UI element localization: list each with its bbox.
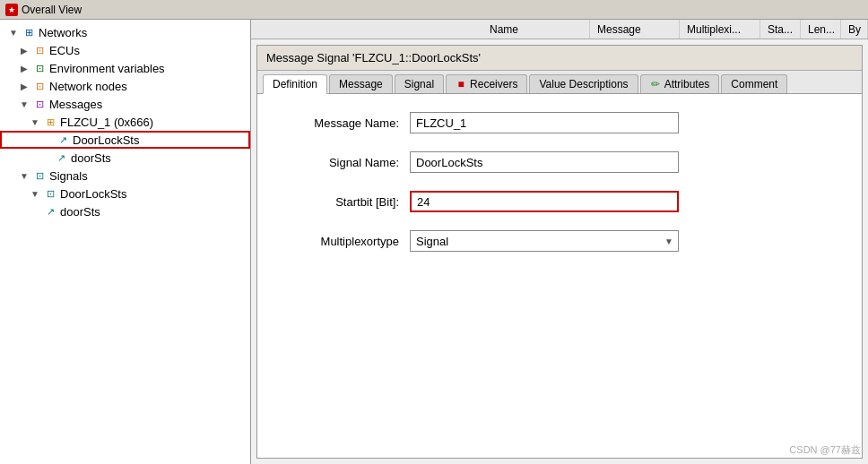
message-name-label: Message Name: xyxy=(284,116,410,130)
col-header-name: Name xyxy=(482,20,590,39)
tab-comment-label: Comment xyxy=(731,78,777,90)
expand-doorlocksts xyxy=(41,133,54,146)
tree-label-signals: Signals xyxy=(49,169,88,183)
doorsts-icon: ↗ xyxy=(54,151,68,164)
column-headers: Name Message Multiplexi... Sta... Len...… xyxy=(251,20,868,39)
app-icon: ★ xyxy=(5,4,18,16)
tree-item-messages[interactable]: ▼ ⊡ Messages xyxy=(0,95,250,113)
expand-envvars[interactable]: ▶ xyxy=(18,62,30,74)
tab-comment[interactable]: Comment xyxy=(721,74,787,93)
tree-label-flzcu1: FLZCU_1 (0x666) xyxy=(60,116,153,129)
tab-attributes-label: Attributes xyxy=(664,78,710,90)
tree-item-nodes[interactable]: ▶ ⊡ Network nodes xyxy=(0,77,250,95)
tree-label-nodes: Network nodes xyxy=(49,80,127,93)
detail-panel: Message Signal 'FLZCU_1::DoorLockSts' De… xyxy=(256,45,863,459)
doorlocksts2-icon: ⊡ xyxy=(43,187,57,200)
tab-attributes[interactable]: ✏ Attributes xyxy=(640,74,720,93)
col-header-message: Message xyxy=(590,20,680,39)
right-panel: Name Message Multiplexi... Sta... Len...… xyxy=(251,20,868,464)
dialog-title: Message Signal 'FLZCU_1::DoorLockSts' xyxy=(257,46,862,71)
tree-item-doorsts[interactable]: ↗ doorSts xyxy=(0,149,250,167)
title-bar: ★ Overall View xyxy=(0,0,868,20)
receivers-icon: ■ xyxy=(456,79,466,90)
expand-messages[interactable]: ▼ xyxy=(18,98,30,110)
expand-signals[interactable]: ▼ xyxy=(18,169,30,182)
msg-icon: ⊡ xyxy=(32,98,47,110)
tree-label-doorsts2: doorSts xyxy=(60,205,100,219)
app-title: Overall View xyxy=(22,4,82,16)
tree-item-doorlocksts2[interactable]: ▼ ⊡ DoorLockSts xyxy=(0,185,250,202)
tree-item-ecus[interactable]: ▶ ⊡ ECUs xyxy=(0,41,250,59)
col-header-by: By xyxy=(841,20,868,39)
tab-value-descriptions[interactable]: Value Descriptions xyxy=(529,74,638,93)
ecu-icon: ⊡ xyxy=(32,44,47,56)
form-row-startbit: Startbit [Bit]: xyxy=(284,191,835,212)
tab-message[interactable]: Message xyxy=(329,74,393,93)
tree-label-envvars: Environment variables xyxy=(49,62,165,75)
tree-item-doorsts2[interactable]: ↗ doorSts xyxy=(0,202,250,220)
tab-message-label: Message xyxy=(339,78,383,90)
signal-name-label: Signal Name: xyxy=(284,156,410,169)
form-area: Message Name: Signal Name: Startbit [Bit… xyxy=(257,94,862,458)
tree-label-ecus: ECUs xyxy=(49,44,80,57)
tree-item-flzcu1[interactable]: ▼ ⊞ FLZCU_1 (0x666) xyxy=(0,113,250,131)
tree-label-doorlocksts: DoorLockSts xyxy=(73,133,139,147)
tree-item-signals[interactable]: ▼ ⊡ Signals xyxy=(0,167,250,185)
network-icon: ⊞ xyxy=(22,26,36,39)
signal-name-input[interactable] xyxy=(410,151,679,173)
expand-doorsts xyxy=(39,151,52,164)
tree-item-doorlocksts[interactable]: ↗ DoorLockSts xyxy=(0,131,250,149)
form-row-message-name: Message Name: xyxy=(284,112,835,133)
envvar-icon: ⊡ xyxy=(32,62,47,74)
expand-nodes[interactable]: ▶ xyxy=(18,80,30,92)
tab-definition[interactable]: Definition xyxy=(263,74,327,94)
tab-receivers-label: Receivers xyxy=(470,78,517,90)
signals-icon: ⊡ xyxy=(32,169,47,182)
message-name-input[interactable] xyxy=(410,112,679,133)
tree-item-networks[interactable]: ▼ ⊞ Networks xyxy=(0,23,250,41)
doorlocksts-icon: ↗ xyxy=(56,133,70,146)
expand-networks[interactable]: ▼ xyxy=(7,26,20,39)
col-header-length: Len... xyxy=(801,20,841,39)
col-header-multiplex: Multiplexi... xyxy=(680,20,760,39)
tree-label-networks: Networks xyxy=(39,26,87,39)
tree-label-doorlocksts2: DoorLockSts xyxy=(60,187,126,201)
form-row-multiplexortype: Multiplexortype Signal Multiplexor Multi… xyxy=(284,230,835,252)
doorsts2-icon: ↗ xyxy=(43,205,57,218)
tabs-bar: Definition Message Signal ■ Receivers Va… xyxy=(257,71,862,94)
expand-flzcu1[interactable]: ▼ xyxy=(29,116,41,128)
multiplexortype-wrapper: Signal Multiplexor Multiplexed Signal No… xyxy=(410,230,679,252)
multiplexortype-select[interactable]: Signal Multiplexor Multiplexed Signal No… xyxy=(410,230,679,252)
col-header-start: Sta... xyxy=(760,20,801,39)
watermark: CSDN @77赫兹 xyxy=(789,443,861,457)
tree-label-doorsts: doorSts xyxy=(71,151,111,165)
tab-signal-label: Signal xyxy=(404,78,434,90)
attributes-icon: ✏ xyxy=(650,79,661,90)
tab-signal[interactable]: Signal xyxy=(395,74,444,93)
tree-label-messages: Messages xyxy=(49,98,102,111)
expand-ecus[interactable]: ▶ xyxy=(18,44,30,56)
startbit-input[interactable] xyxy=(410,191,679,212)
multiplexortype-label: Multiplexortype xyxy=(284,235,410,248)
startbit-label: Startbit [Bit]: xyxy=(284,195,410,209)
flzcu1-icon: ⊞ xyxy=(43,116,57,128)
node-icon: ⊡ xyxy=(32,80,47,92)
tree-item-envvars[interactable]: ▶ ⊡ Environment variables xyxy=(0,59,250,77)
tree-panel: ▼ ⊞ Networks ▶ ⊡ ECUs ▶ ⊡ Environment va… xyxy=(0,20,251,464)
expand-doorsts2 xyxy=(29,205,41,218)
tab-receivers[interactable]: ■ Receivers xyxy=(446,74,527,93)
tab-value-descriptions-label: Value Descriptions xyxy=(539,78,628,90)
expand-doorlocksts2[interactable]: ▼ xyxy=(29,187,41,200)
form-row-signal-name: Signal Name: xyxy=(284,151,835,173)
tab-definition-label: Definition xyxy=(273,78,317,90)
